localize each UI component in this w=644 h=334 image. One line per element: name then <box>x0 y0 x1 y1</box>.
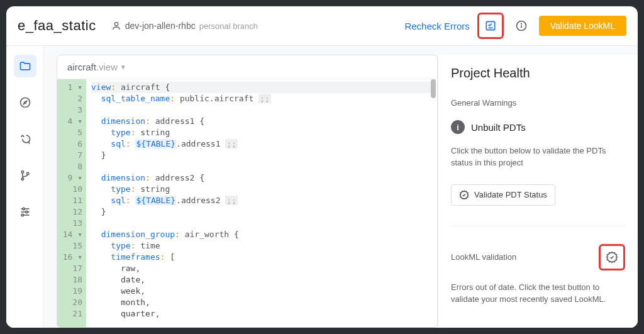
lookml-validation-desc: Errors out of date. Click the test butto… <box>451 282 625 306</box>
svg-point-4 <box>521 23 521 24</box>
svg-rect-1 <box>486 21 494 30</box>
file-tab[interactable]: aircraft.view ▾ <box>57 55 437 79</box>
svg-point-0 <box>114 23 118 26</box>
svg-marker-6 <box>23 101 26 104</box>
lookml-test-button[interactable] <box>602 247 622 267</box>
git-branch-icon <box>19 169 31 182</box>
highlight-box-lookml-test <box>599 244 625 270</box>
info-circle-icon: i <box>451 120 465 134</box>
code-editor[interactable]: 1 ▾2 3 4 ▾5 6 7 8 9 ▾10 11 12 13 14 ▾15 … <box>57 79 437 327</box>
sidebar-files[interactable] <box>14 55 36 77</box>
validate-pdt-label: Validate PDT Status <box>474 190 547 199</box>
svg-point-15 <box>25 211 27 213</box>
person-icon <box>111 21 121 31</box>
unbuilt-pdts-desc: Click the button below to validate the P… <box>451 145 625 169</box>
scrollbar-thumb[interactable] <box>431 79 436 98</box>
project-health-panel: Project Health General Warnings i Unbuil… <box>438 55 638 328</box>
sliders-icon <box>19 206 31 218</box>
validate-pdt-status-button[interactable]: Validate PDT Status <box>451 184 555 206</box>
checklist-icon <box>484 19 497 32</box>
file-name-prefix: aircraft <box>67 62 96 72</box>
highlight-box-project-health <box>477 13 504 39</box>
editor-card: aircraft.view ▾ 1 ▾2 3 4 ▾5 6 7 8 9 ▾10 … <box>57 55 438 328</box>
panel-title: Project Health <box>451 66 625 81</box>
folder-icon <box>19 60 31 72</box>
info-button[interactable] <box>511 16 531 36</box>
header-bar: e_faa_static dev-jon-allen-rhbc personal… <box>6 6 638 46</box>
svg-point-10 <box>26 172 28 174</box>
sidebar-explore[interactable] <box>14 91 36 114</box>
compass-icon <box>19 96 31 109</box>
sidebar <box>6 46 44 328</box>
svg-point-16 <box>21 214 23 216</box>
unbuilt-pdts-title: Unbuilt PDTs <box>471 122 526 133</box>
search-refresh-icon <box>19 133 31 145</box>
info-icon <box>515 19 528 32</box>
line-gutter: 1 ▾2 3 4 ▾5 6 7 8 9 ▾10 11 12 13 14 ▾15 … <box>57 79 86 327</box>
svg-line-7 <box>28 142 30 143</box>
check-badge-icon <box>606 251 618 264</box>
sidebar-settings[interactable] <box>14 201 36 223</box>
unbuilt-pdts-row: i Unbuilt PDTs <box>451 120 625 134</box>
svg-point-5 <box>20 98 30 108</box>
branch-selector[interactable]: dev-jon-allen-rhbc personal branch <box>111 21 258 31</box>
project-health-button[interactable] <box>480 16 501 36</box>
lookml-validation-label: LookML validation <box>451 252 516 262</box>
sidebar-git[interactable] <box>14 164 36 187</box>
project-title: e_faa_static <box>18 18 96 34</box>
check-badge-icon <box>459 190 469 200</box>
general-warnings-label: General Warnings <box>451 98 625 108</box>
file-name-suffix: .view <box>96 62 118 72</box>
svg-point-14 <box>22 208 24 209</box>
recheck-errors-link[interactable]: Recheck Errors <box>404 21 469 31</box>
validate-lookml-button[interactable]: Validate LookML <box>539 16 626 36</box>
chevron-down-icon: ▾ <box>121 63 125 71</box>
code-content[interactable]: view: aircraft { sql_table_name: public.… <box>86 79 437 327</box>
sidebar-search[interactable] <box>14 128 36 150</box>
divider <box>451 226 625 226</box>
svg-point-9 <box>21 178 23 180</box>
branch-name: dev-jon-allen-rhbc <box>125 21 196 31</box>
svg-point-8 <box>21 171 23 173</box>
branch-type: personal branch <box>199 21 258 31</box>
